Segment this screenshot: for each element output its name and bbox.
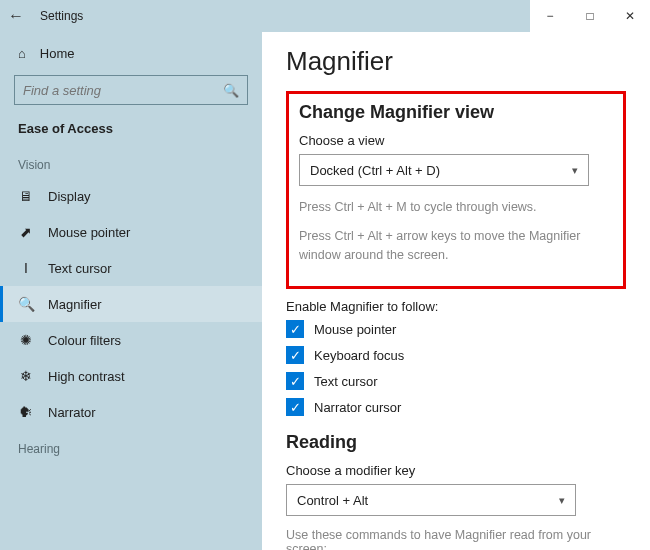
section-heading-view: Change Magnifier view: [299, 102, 613, 123]
follow-text-cursor[interactable]: ✓ Text cursor: [286, 372, 626, 390]
back-button[interactable]: ←: [0, 7, 32, 25]
sidebar-item-colour-filters[interactable]: ✺ Colour filters: [0, 322, 262, 358]
checkbox-icon: ✓: [286, 398, 304, 416]
hint-move: Press Ctrl + Alt + arrow keys to move th…: [299, 227, 613, 265]
sidebar-item-display[interactable]: 🖥 Display: [0, 178, 262, 214]
checkbox-icon: ✓: [286, 320, 304, 338]
checkbox-label: Text cursor: [314, 374, 378, 389]
maximize-button[interactable]: □: [570, 0, 610, 32]
mouse-pointer-icon: ⬈: [18, 224, 34, 240]
home-label: Home: [40, 46, 75, 61]
sidebar-item-label: Magnifier: [48, 297, 101, 312]
sidebar: ⌂ Home 🔍 Ease of Access Vision 🖥 Display…: [0, 32, 262, 550]
checkbox-icon: ✓: [286, 372, 304, 390]
sidebar-item-label: Text cursor: [48, 261, 112, 276]
modifier-label: Choose a modifier key: [286, 463, 626, 478]
sidebar-item-high-contrast[interactable]: ❄ High contrast: [0, 358, 262, 394]
search-icon: 🔍: [223, 83, 239, 98]
page-title: Magnifier: [286, 46, 626, 77]
modifier-select[interactable]: Control + Alt ▾: [286, 484, 576, 516]
follow-heading: Enable Magnifier to follow:: [286, 299, 626, 314]
sidebar-item-magnifier[interactable]: 🔍 Magnifier: [0, 286, 262, 322]
minimize-button[interactable]: −: [530, 0, 570, 32]
category-heading: Ease of Access: [0, 115, 262, 146]
home-icon: ⌂: [18, 46, 26, 61]
section-heading-reading: Reading: [286, 432, 626, 453]
choose-view-label: Choose a view: [299, 133, 613, 148]
chevron-down-icon: ▾: [572, 164, 578, 177]
group-vision: Vision: [0, 146, 262, 178]
search-input-wrap[interactable]: 🔍: [14, 75, 248, 105]
checkbox-label: Narrator cursor: [314, 400, 401, 415]
hint-cycle: Press Ctrl + Alt + M to cycle through vi…: [299, 198, 613, 217]
sidebar-item-text-cursor[interactable]: I Text cursor: [0, 250, 262, 286]
highlight-box: Change Magnifier view Choose a view Dock…: [286, 91, 626, 289]
sidebar-item-label: Mouse pointer: [48, 225, 130, 240]
colour-filters-icon: ✺: [18, 332, 34, 348]
sidebar-item-label: Display: [48, 189, 91, 204]
sidebar-item-label: High contrast: [48, 369, 125, 384]
group-hearing: Hearing: [0, 430, 262, 462]
magnifier-icon: 🔍: [18, 296, 34, 312]
window-title: Settings: [40, 9, 83, 23]
follow-narrator-cursor[interactable]: ✓ Narrator cursor: [286, 398, 626, 416]
follow-mouse-pointer[interactable]: ✓ Mouse pointer: [286, 320, 626, 338]
sidebar-item-narrator[interactable]: 🗣 Narrator: [0, 394, 262, 430]
narrator-icon: 🗣: [18, 404, 34, 420]
checkbox-label: Mouse pointer: [314, 322, 396, 337]
sidebar-item-mouse-pointer[interactable]: ⬈ Mouse pointer: [0, 214, 262, 250]
main-content: Magnifier Change Magnifier view Choose a…: [262, 32, 650, 550]
checkbox-label: Keyboard focus: [314, 348, 404, 363]
modifier-select-value: Control + Alt: [297, 493, 368, 508]
follow-keyboard-focus[interactable]: ✓ Keyboard focus: [286, 346, 626, 364]
sidebar-item-label: Colour filters: [48, 333, 121, 348]
high-contrast-icon: ❄: [18, 368, 34, 384]
sidebar-item-label: Narrator: [48, 405, 96, 420]
home-nav[interactable]: ⌂ Home: [0, 38, 262, 69]
close-button[interactable]: ✕: [610, 0, 650, 32]
view-select-value: Docked (Ctrl + Alt + D): [310, 163, 440, 178]
reading-footer: Use these commands to have Magnifier rea…: [286, 528, 626, 550]
text-cursor-icon: I: [18, 260, 34, 276]
display-icon: 🖥: [18, 188, 34, 204]
chevron-down-icon: ▾: [559, 494, 565, 507]
search-input[interactable]: [23, 83, 223, 98]
checkbox-icon: ✓: [286, 346, 304, 364]
view-select[interactable]: Docked (Ctrl + Alt + D) ▾: [299, 154, 589, 186]
